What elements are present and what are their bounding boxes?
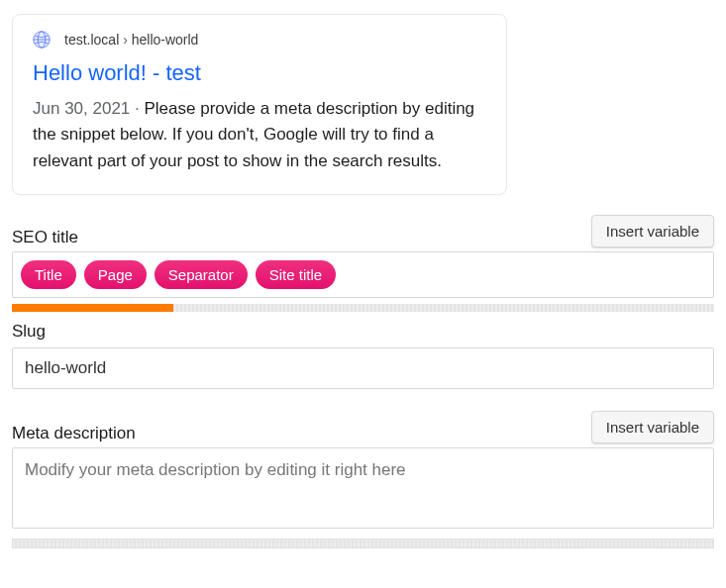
preview-url: test.local › hello-world bbox=[64, 32, 198, 48]
preview-date: Jun 30, 2021 bbox=[33, 99, 130, 118]
meta-description-label: Meta description bbox=[12, 424, 136, 443]
insert-variable-button[interactable]: Insert variable bbox=[591, 215, 714, 247]
search-preview-card: test.local › hello-world Hello world! - … bbox=[12, 14, 507, 195]
preview-slug: hello-world bbox=[132, 32, 199, 48]
seo-title-label: SEO title bbox=[12, 228, 78, 247]
preview-title[interactable]: Hello world! - test bbox=[33, 60, 486, 86]
meta-description-field: Meta description Insert variable Modify … bbox=[12, 411, 714, 529]
variable-pill-page[interactable]: Page bbox=[84, 260, 147, 289]
seo-title-input[interactable]: Title Page Separator Site title bbox=[12, 251, 714, 298]
preview-description[interactable]: Jun 30, 2021 · Please provide a meta des… bbox=[33, 96, 486, 174]
variable-pill-title[interactable]: Title bbox=[21, 260, 76, 289]
seo-title-header: SEO title Insert variable bbox=[12, 215, 714, 247]
slug-label: Slug bbox=[12, 322, 714, 342]
meta-description-header: Meta description Insert variable bbox=[12, 411, 714, 443]
globe-icon bbox=[33, 31, 51, 49]
preview-domain: test.local bbox=[64, 32, 119, 48]
preview-dot: · bbox=[130, 99, 144, 118]
meta-description-progress bbox=[12, 539, 714, 548]
variable-pill-separator[interactable]: Separator bbox=[155, 260, 248, 289]
variable-pill-site-title[interactable]: Site title bbox=[256, 260, 336, 289]
insert-variable-button[interactable]: Insert variable bbox=[591, 411, 714, 443]
preview-url-row: test.local › hello-world bbox=[33, 31, 486, 49]
meta-description-input[interactable]: Modify your meta description by editing … bbox=[12, 447, 714, 529]
slug-field: Slug bbox=[12, 322, 714, 389]
seo-title-field: SEO title Insert variable Title Page Sep… bbox=[12, 215, 714, 312]
seo-title-progress bbox=[12, 304, 714, 312]
seo-title-progress-fill bbox=[12, 304, 173, 312]
preview-url-separator: › bbox=[123, 32, 128, 48]
slug-input[interactable] bbox=[12, 347, 714, 389]
